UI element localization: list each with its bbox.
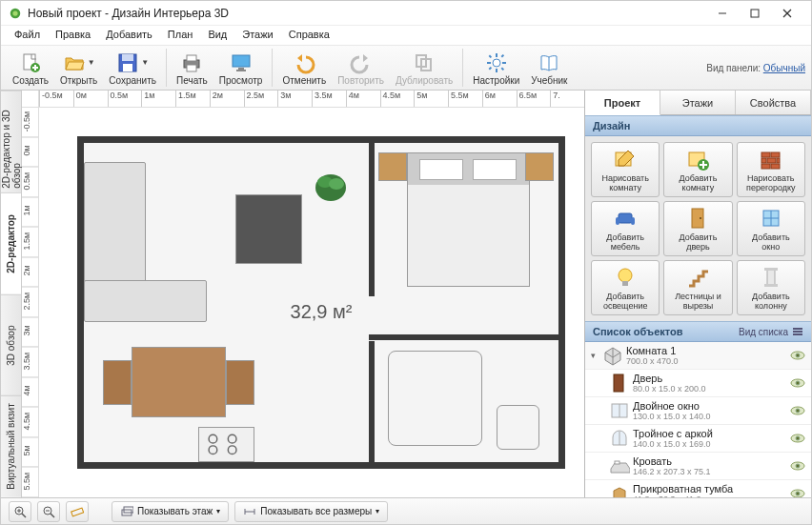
floor-plan[interactable]: 32,9 м²: [39, 108, 584, 497]
svg-point-82: [796, 492, 800, 495]
view-button[interactable]: Просмотр: [213, 49, 269, 88]
visibility-eye-icon[interactable]: [790, 351, 805, 360]
svg-point-54: [700, 217, 701, 219]
show-sizes-button[interactable]: Показывать все размеры ▾: [234, 501, 388, 522]
expand-icon[interactable]: ▾: [591, 351, 596, 360]
svg-rect-11: [122, 54, 133, 61]
app-logo-icon: [9, 7, 22, 20]
svg-rect-47: [777, 158, 780, 163]
right-tab-Проект[interactable]: Проект: [585, 91, 660, 115]
svg-rect-45: [761, 158, 766, 163]
ruler-horizontal: -0.5м0м0.5м1м1.5м2м2.5м3м3.5м4м4.5м5м5.5…: [22, 91, 584, 108]
svg-point-33: [329, 178, 344, 190]
left-tab-0[interactable]: 2D-редактор и 3D обзор: [1, 91, 21, 192]
svg-point-70: [796, 381, 800, 385]
right-tab-Свойства[interactable]: Свойства: [736, 91, 811, 114]
menu-План[interactable]: План: [160, 26, 201, 45]
menu-Добавить[interactable]: Добавить: [98, 26, 160, 45]
object-row-door[interactable]: Дверь80.0 x 15.0 x 200.0: [585, 370, 811, 397]
dining-table[interactable]: [132, 347, 227, 417]
right-tab-Этажи[interactable]: Этажи: [660, 91, 736, 114]
object-row-room1[interactable]: ▾Комната 1700.0 x 470.0: [585, 342, 811, 370]
add-door-button[interactable]: Добавитьдверь: [663, 201, 732, 256]
object-row-bed[interactable]: Кровать146.2 x 207.3 x 75.1: [585, 453, 811, 480]
svg-point-80: [796, 464, 800, 468]
svg-rect-50: [619, 213, 632, 223]
tv-stand[interactable]: [235, 194, 302, 265]
object-row-arched[interactable]: Тройное с аркой140.0 x 15.0 x 169.0: [585, 425, 811, 453]
add-window-button[interactable]: Добавитьокно: [737, 201, 805, 256]
visibility-eye-icon[interactable]: [790, 434, 805, 443]
zoom-in-button[interactable]: [9, 501, 31, 522]
measure-button[interactable]: [66, 501, 89, 522]
draw-room-button[interactable]: Нарисоватькомнату: [591, 142, 660, 197]
add-room-button[interactable]: Добавитькомнату: [663, 142, 732, 197]
add-furniture-button[interactable]: Добавитьмебель: [591, 201, 660, 256]
menu-Правка[interactable]: Правка: [48, 26, 98, 45]
svg-rect-61: [764, 268, 778, 271]
svg-rect-23: [496, 69, 497, 72]
svg-rect-27: [500, 67, 504, 71]
help-button[interactable]: Учебник: [525, 49, 573, 88]
room-outline[interactable]: 32,9 м²: [77, 136, 565, 469]
svg-rect-26: [488, 54, 492, 58]
menu-Вид[interactable]: Вид: [200, 26, 234, 45]
room-3d-icon: [599, 345, 626, 366]
bed[interactable]: [407, 152, 530, 287]
object-list: ▾Комната 1700.0 x 470.0Дверь80.0 x 15.0 …: [585, 342, 811, 497]
window-3d-icon: [606, 401, 633, 420]
column-icon: [759, 265, 783, 290]
object-row-dwindow[interactable]: Двойное окно130.0 x 15.0 x 140.0: [585, 397, 811, 425]
add-light-button[interactable]: Добавитьосвещение: [591, 260, 660, 315]
zoom-out-button[interactable]: [37, 501, 60, 522]
maximize-button[interactable]: [739, 1, 771, 26]
visibility-eye-icon[interactable]: [790, 461, 805, 471]
nightstand-2[interactable]: [525, 152, 554, 181]
svg-rect-60: [767, 270, 775, 285]
canvas-2d[interactable]: -0.5м0м0.5м1м1.5м2м2.5м3м3.5м4м4.5м5м5.5…: [22, 91, 584, 497]
show-floor-button[interactable]: Показывать этаж ▾: [112, 501, 229, 522]
printer-icon: [180, 50, 203, 75]
svg-rect-43: [761, 152, 770, 157]
svg-rect-18: [236, 70, 246, 71]
panel-view-selector[interactable]: Вид панели: Обычный: [706, 63, 805, 73]
folder-open-icon: ▼: [63, 50, 95, 75]
stove[interactable]: [198, 427, 255, 462]
menu-Справка[interactable]: Справка: [281, 26, 337, 45]
add-column-button[interactable]: Добавитьколонну: [737, 260, 805, 315]
close-button[interactable]: [771, 1, 803, 26]
visibility-eye-icon[interactable]: [790, 406, 805, 415]
object-row-nightstand[interactable]: Прикроватная тумба41.8 x 36.3 x 41.2: [585, 480, 811, 497]
redo-icon: [350, 50, 373, 75]
svg-point-77: [796, 436, 800, 440]
print-button[interactable]: Печать: [171, 49, 213, 88]
bathtub[interactable]: [388, 351, 483, 447]
list-view-icon[interactable]: [792, 326, 803, 337]
nightstand-1[interactable]: [378, 152, 407, 181]
stairs-cutouts-button[interactable]: Лестницы ивырезы: [663, 260, 732, 315]
left-tab-3[interactable]: Виртуальный визит: [1, 395, 21, 497]
visibility-eye-icon[interactable]: [790, 489, 805, 497]
settings-button[interactable]: Настройки: [467, 49, 525, 88]
create-button[interactable]: Создать: [7, 49, 54, 88]
menu-Этажи[interactable]: Этажи: [234, 26, 280, 45]
visibility-eye-icon[interactable]: [790, 378, 805, 388]
gear-icon: [485, 50, 508, 75]
draw-partition-button[interactable]: Нарисоватьперегородку: [737, 142, 805, 197]
minimize-button[interactable]: [706, 1, 739, 26]
open-button[interactable]: ▼Открыть: [54, 49, 103, 88]
monitor-icon: [230, 50, 253, 75]
left-tab-2[interactable]: 3D обзор: [1, 294, 21, 396]
right-panel-tabs: ПроектЭтажиСвойства: [585, 91, 811, 115]
lightbulb-icon: [613, 265, 638, 290]
svg-rect-15: [187, 65, 196, 71]
menu-Файл[interactable]: Файл: [7, 26, 48, 45]
undo-button[interactable]: Отменить: [276, 49, 332, 88]
svg-point-67: [796, 353, 800, 357]
svg-rect-78: [615, 461, 619, 464]
left-tab-1[interactable]: 2D-редактор: [1, 192, 21, 294]
save-button[interactable]: ▼Сохранить: [103, 49, 162, 88]
left-view-tabs: 2D-редактор и 3D обзор2D-редактор3D обзо…: [1, 91, 22, 497]
plant[interactable]: [312, 169, 350, 207]
toilet[interactable]: [497, 405, 539, 450]
